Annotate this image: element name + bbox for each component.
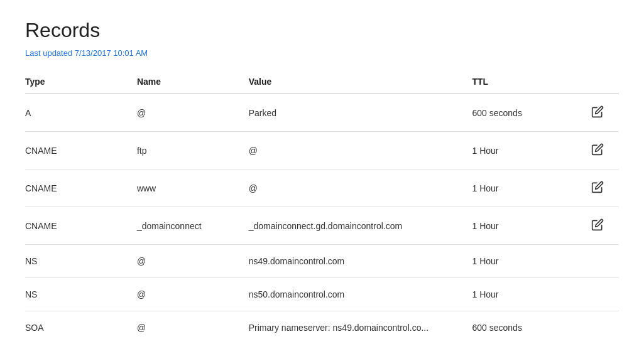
cell-action[interactable]: [584, 169, 619, 207]
cell-name: @: [137, 311, 249, 345]
cell-ttl: 1 Hour: [472, 169, 584, 207]
cell-value: Parked: [249, 94, 472, 132]
table-row: SOA@Primary nameserver: ns49.domaincontr…: [25, 311, 619, 345]
cell-value: _domainconnect.gd.domaincontrol.com: [249, 207, 472, 245]
edit-icon[interactable]: [591, 105, 604, 118]
cell-ttl: 1 Hour: [472, 245, 584, 278]
cell-action: [584, 245, 619, 278]
cell-type: CNAME: [25, 132, 137, 169]
cell-value: Primary nameserver: ns49.domaincontrol.c…: [249, 311, 472, 345]
table-row: CNAMEwww@1 Hour: [25, 169, 619, 207]
edit-icon[interactable]: [591, 143, 604, 156]
cell-ttl: 1 Hour: [472, 207, 584, 245]
cell-value: @: [249, 169, 472, 207]
edit-icon[interactable]: [591, 218, 604, 231]
table-header-row: Type Name Value TTL: [25, 70, 619, 94]
cell-value: ns50.domaincontrol.com: [249, 278, 472, 311]
table-row: CNAMEftp@1 Hour: [25, 132, 619, 169]
header-action: [584, 70, 619, 94]
header-value: Value: [249, 70, 472, 94]
cell-ttl: 600 seconds: [472, 94, 584, 132]
header-type: Type: [25, 70, 137, 94]
cell-name: ftp: [137, 132, 249, 169]
cell-action[interactable]: [584, 207, 619, 245]
cell-value: @: [249, 132, 472, 169]
cell-name: www: [137, 169, 249, 207]
cell-ttl: 1 Hour: [472, 132, 584, 169]
edit-icon[interactable]: [591, 181, 604, 193]
cell-type: CNAME: [25, 207, 137, 245]
cell-type: A: [25, 94, 137, 132]
cell-action: [584, 278, 619, 311]
cell-type: CNAME: [25, 169, 137, 207]
cell-action[interactable]: [584, 132, 619, 169]
cell-name: @: [137, 278, 249, 311]
cell-type: NS: [25, 245, 137, 278]
header-ttl: TTL: [472, 70, 584, 94]
table-row: A@Parked600 seconds: [25, 94, 619, 132]
cell-value: ns49.domaincontrol.com: [249, 245, 472, 278]
table-row: NS@ns50.domaincontrol.com1 Hour: [25, 278, 619, 311]
cell-action: [584, 311, 619, 345]
table-row: CNAME_domainconnect_domainconnect.gd.dom…: [25, 207, 619, 245]
cell-type: NS: [25, 278, 137, 311]
cell-type: SOA: [25, 311, 137, 345]
records-table: Type Name Value TTL A@Parked600 seconds …: [25, 70, 619, 344]
cell-name: @: [137, 94, 249, 132]
cell-name: @: [137, 245, 249, 278]
last-updated-text: Last updated 7/13/2017 10:01 AM: [25, 48, 619, 58]
cell-ttl: 600 seconds: [472, 311, 584, 345]
header-name: Name: [137, 70, 249, 94]
cell-action[interactable]: [584, 94, 619, 132]
page-title: Records: [25, 19, 619, 42]
table-row: NS@ns49.domaincontrol.com1 Hour: [25, 245, 619, 278]
cell-name: _domainconnect: [137, 207, 249, 245]
cell-ttl: 1 Hour: [472, 278, 584, 311]
